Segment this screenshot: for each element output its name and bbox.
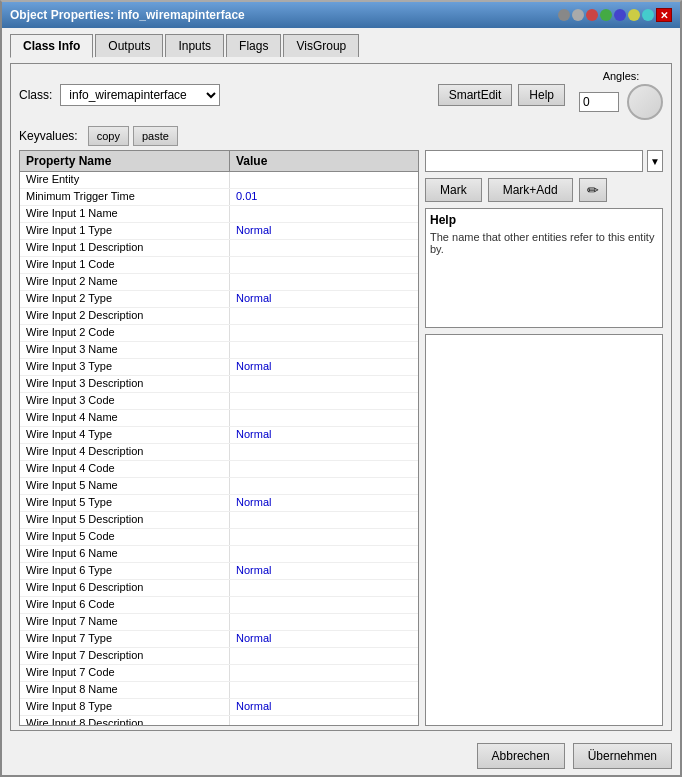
close-button[interactable]: ✕ xyxy=(656,8,672,22)
tb-icon-2 xyxy=(572,9,584,21)
property-name-cell: Wire Input 2 Description xyxy=(20,308,230,324)
tab-visgroup[interactable]: VisGroup xyxy=(283,34,359,57)
window-title: Object Properties: info_wiremapinterface xyxy=(10,8,245,22)
tab-inputs[interactable]: Inputs xyxy=(165,34,224,57)
main-body: Property Name Value Wire EntityMinimum T… xyxy=(11,150,671,730)
property-value-cell: Normal xyxy=(230,699,418,715)
property-name-cell: Wire Input 8 Description xyxy=(20,716,230,725)
property-name-cell: Wire Input 7 Description xyxy=(20,648,230,664)
table-row[interactable]: Wire Input 2 Description xyxy=(20,308,418,325)
help-box-text: The name that other entities refer to th… xyxy=(430,231,658,255)
table-row[interactable]: Wire Input 3 Code xyxy=(20,393,418,410)
mark-add-button[interactable]: Mark+Add xyxy=(488,178,573,202)
help-box: Help The name that other entities refer … xyxy=(425,208,663,328)
property-name-cell: Minimum Trigger Time xyxy=(20,189,230,205)
table-row[interactable]: Wire Input 7 Name xyxy=(20,614,418,631)
property-value-cell xyxy=(230,665,418,681)
property-name-cell: Wire Input 8 Type xyxy=(20,699,230,715)
tb-icon-3 xyxy=(586,9,598,21)
angles-input[interactable] xyxy=(579,92,619,112)
help-large-box xyxy=(425,334,663,726)
table-row[interactable]: Wire Input 8 Name xyxy=(20,682,418,699)
property-name-cell: Wire Input 6 Description xyxy=(20,580,230,596)
bottom-buttons: Abbrechen Übernehmen xyxy=(2,737,680,775)
property-name-cell: Wire Input 3 Type xyxy=(20,359,230,375)
table-row[interactable]: Wire Input 5 Code xyxy=(20,529,418,546)
property-name-cell: Wire Input 1 Description xyxy=(20,240,230,256)
tb-icon-5 xyxy=(614,9,626,21)
table-row[interactable]: Wire Input 7 TypeNormal xyxy=(20,631,418,648)
property-name-cell: Wire Input 1 Code xyxy=(20,257,230,273)
property-value-cell xyxy=(230,240,418,256)
table-row[interactable]: Wire Input 4 Description xyxy=(20,444,418,461)
property-value-cell xyxy=(230,444,418,460)
property-name-cell: Wire Input 3 Name xyxy=(20,342,230,358)
table-row[interactable]: Wire Input 4 TypeNormal xyxy=(20,427,418,444)
class-row: Class: info_wiremapinterface SmartEdit H… xyxy=(11,64,671,124)
class-label: Class: xyxy=(19,88,52,102)
table-row[interactable]: Wire Input 6 Name xyxy=(20,546,418,563)
table-row[interactable]: Minimum Trigger Time0.01 xyxy=(20,189,418,206)
search-dropdown[interactable]: ▼ xyxy=(647,150,663,172)
table-row[interactable]: Wire Entity xyxy=(20,172,418,189)
table-row[interactable]: Wire Input 2 Code xyxy=(20,325,418,342)
table-row[interactable]: Wire Input 4 Name xyxy=(20,410,418,427)
property-value-cell: Normal xyxy=(230,495,418,511)
title-bar-icons: ✕ xyxy=(558,8,672,22)
table-row[interactable]: Wire Input 6 TypeNormal xyxy=(20,563,418,580)
table-row[interactable]: Wire Input 5 Name xyxy=(20,478,418,495)
title-bar-left: Object Properties: info_wiremapinterface xyxy=(10,8,245,22)
table-row[interactable]: Wire Input 6 Code xyxy=(20,597,418,614)
table-row[interactable]: Wire Input 5 TypeNormal xyxy=(20,495,418,512)
table-row[interactable]: Wire Input 1 TypeNormal xyxy=(20,223,418,240)
property-value-cell xyxy=(230,393,418,409)
property-value-cell: 0.01 xyxy=(230,189,418,205)
mark-row: Mark Mark+Add ✏ xyxy=(425,178,663,202)
table-row[interactable]: Wire Input 4 Code xyxy=(20,461,418,478)
property-name-cell: Wire Input 5 Code xyxy=(20,529,230,545)
property-name-cell: Wire Input 7 Code xyxy=(20,665,230,681)
property-value-cell: Normal xyxy=(230,631,418,647)
table-scroll[interactable]: Wire EntityMinimum Trigger Time0.01Wire … xyxy=(20,172,418,725)
property-name-cell: Wire Input 2 Name xyxy=(20,274,230,290)
property-value-cell xyxy=(230,682,418,698)
tab-class-info[interactable]: Class Info xyxy=(10,34,93,58)
properties-table: Property Name Value Wire EntityMinimum T… xyxy=(19,150,419,726)
help-button[interactable]: Help xyxy=(518,84,565,106)
table-row[interactable]: Wire Input 8 Description xyxy=(20,716,418,725)
table-row[interactable]: Wire Input 3 Description xyxy=(20,376,418,393)
table-row[interactable]: Wire Input 3 TypeNormal xyxy=(20,359,418,376)
mark-button[interactable]: Mark xyxy=(425,178,482,202)
property-name-cell: Wire Input 2 Code xyxy=(20,325,230,341)
property-value-cell xyxy=(230,648,418,664)
property-name-cell: Wire Input 7 Type xyxy=(20,631,230,647)
table-row[interactable]: Wire Input 7 Description xyxy=(20,648,418,665)
property-name-cell: Wire Input 2 Type xyxy=(20,291,230,307)
class-select[interactable]: info_wiremapinterface xyxy=(60,84,220,106)
table-row[interactable]: Wire Input 6 Description xyxy=(20,580,418,597)
table-row[interactable]: Wire Input 5 Description xyxy=(20,512,418,529)
abbrechen-button[interactable]: Abbrechen xyxy=(477,743,565,769)
tab-content: Class: info_wiremapinterface SmartEdit H… xyxy=(10,63,672,731)
table-row[interactable]: Wire Input 2 Name xyxy=(20,274,418,291)
pencil-button[interactable]: ✏ xyxy=(579,178,607,202)
table-row[interactable]: Wire Input 1 Name xyxy=(20,206,418,223)
table-row[interactable]: Wire Input 2 TypeNormal xyxy=(20,291,418,308)
angle-dial xyxy=(627,84,663,120)
table-row[interactable]: Wire Input 7 Code xyxy=(20,665,418,682)
ubernehmen-button[interactable]: Übernehmen xyxy=(573,743,672,769)
search-input[interactable] xyxy=(425,150,643,172)
table-row[interactable]: Wire Input 8 TypeNormal xyxy=(20,699,418,716)
smart-edit-button[interactable]: SmartEdit xyxy=(438,84,513,106)
table-row[interactable]: Wire Input 1 Code xyxy=(20,257,418,274)
tb-icon-1 xyxy=(558,9,570,21)
tab-flags[interactable]: Flags xyxy=(226,34,281,57)
table-row[interactable]: Wire Input 3 Name xyxy=(20,342,418,359)
tab-outputs[interactable]: Outputs xyxy=(95,34,163,57)
property-name-cell: Wire Input 4 Description xyxy=(20,444,230,460)
paste-button[interactable]: paste xyxy=(133,126,178,146)
property-name-cell: Wire Input 5 Description xyxy=(20,512,230,528)
copy-button[interactable]: copy xyxy=(88,126,129,146)
property-value-cell xyxy=(230,478,418,494)
table-row[interactable]: Wire Input 1 Description xyxy=(20,240,418,257)
